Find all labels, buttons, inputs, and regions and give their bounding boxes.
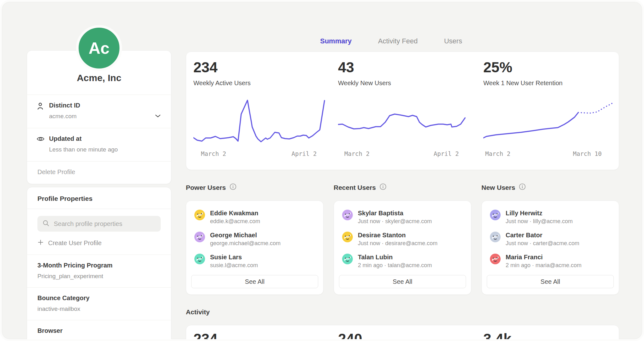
user-name: Maria Franci [506, 254, 581, 261]
property-name: 3-Month Pricing Program [37, 262, 161, 269]
property-value: Chrome [37, 338, 161, 341]
see-all-button[interactable]: See All [487, 275, 614, 288]
user-avatar [490, 254, 501, 264]
x-axis-tick: April 2 [291, 150, 317, 157]
stat-label: Weekly Active Users [193, 80, 325, 87]
property-value: inactive-mailbox [37, 305, 161, 312]
divider [27, 209, 171, 209]
activity-stat-value: 240 [338, 332, 362, 341]
stat-week1-retention: 25% Week 1 New User Retention March 2 Ma… [483, 52, 615, 158]
weekly-new-users-chart [338, 96, 470, 146]
user-name: Skylar Baptista [358, 210, 432, 217]
stat-label: Week 1 New User Retention [483, 80, 615, 87]
see-all-button[interactable]: See All [191, 275, 318, 288]
recent-users-card: Skylar Baptista Just now · skyler@acme.c… [334, 201, 471, 295]
updated-at-row: Updated at Less than one minute ago [27, 128, 171, 161]
create-user-profile-label: Create User Profile [48, 239, 102, 247]
user-name: Lilly Herwitz [506, 210, 573, 217]
property-name: Browser [37, 327, 161, 334]
week1-retention-chart [483, 96, 615, 146]
x-axis-tick: March 2 [201, 150, 226, 157]
info-icon[interactable] [230, 183, 236, 192]
user-avatar [342, 210, 353, 220]
distinct-id-row[interactable]: Distinct ID acme.com [27, 95, 171, 128]
property-value: Pricing_plan_experiment [37, 273, 161, 280]
property-row-browser[interactable]: Browser Chrome [27, 320, 171, 341]
user-row[interactable]: Carter Bator Just now · carter@acme.com [490, 232, 611, 247]
stat-weekly-new-users: 43 Weekly New Users March 2 April 2 [338, 52, 470, 158]
chevron-down-icon [155, 113, 161, 119]
stat-value: 25% [483, 60, 615, 74]
search-icon [42, 220, 49, 228]
create-user-profile-button[interactable]: Create User Profile [27, 235, 171, 255]
user-subtext: susie.l@acme.com [210, 262, 258, 269]
user-subtext: 2 min ago · maria@acme.com [506, 262, 581, 269]
search-input[interactable] [53, 220, 156, 228]
x-axis-tick: March 2 [485, 150, 510, 157]
user-row[interactable]: Lilly Herwitz Just now · lilly@acme.com [490, 210, 611, 225]
user-subtext: george.michael@acme.com [210, 240, 280, 247]
user-avatar [490, 232, 501, 242]
recent-users-title: Recent Users [334, 183, 386, 192]
x-axis-tick: March 10 [573, 150, 602, 157]
x-axis: March 2 March 10 [483, 150, 615, 158]
user-name: Desirae Stanton [358, 232, 437, 239]
user-row[interactable]: Susie Lars susie.l@acme.com [194, 254, 315, 269]
weekly-active-users-chart [193, 96, 325, 146]
tab-bar: Summary Activity Feed Users [320, 37, 462, 45]
tab-users[interactable]: Users [444, 37, 462, 45]
distinct-id-value: acme.com [49, 113, 161, 120]
user-avatar [490, 210, 501, 220]
updated-at-value: Less than one minute ago [49, 146, 161, 153]
activity-section-title: Activity [186, 308, 210, 316]
user-name: Eddie Kwakman [210, 210, 260, 217]
section-title-label: Power Users [186, 184, 226, 191]
section-title-label: Recent Users [334, 184, 376, 191]
profile-properties-title: Profile Properties [27, 187, 171, 209]
info-icon[interactable] [519, 183, 526, 192]
section-title-label: New Users [481, 184, 515, 191]
user-name: George Michael [210, 232, 280, 239]
app-frame: Ac Acme, Inc Distinct ID acme.com [0, 0, 644, 341]
user-row[interactable]: Talan Lubin 2 min ago · talan@acme.com [342, 254, 463, 269]
stat-value: 43 [338, 60, 470, 74]
activity-stat-value: 3.4k [483, 332, 512, 341]
profile-properties-search[interactable] [37, 216, 161, 232]
see-all-button[interactable]: See All [339, 275, 466, 288]
user-subtext: eddie.k@acme.com [210, 218, 260, 225]
user-subtext: Just now · lilly@acme.com [506, 218, 573, 225]
distinct-id-label: Distinct ID [49, 102, 161, 109]
activity-stat-value: 234 [193, 332, 218, 341]
info-icon[interactable] [380, 183, 386, 192]
stat-value: 234 [193, 60, 325, 74]
user-row[interactable]: George Michael george.michael@acme.com [194, 232, 315, 247]
user-avatar [194, 232, 205, 242]
user-avatar [342, 232, 353, 242]
x-axis: March 2 April 2 [338, 150, 470, 158]
new-users-card: Lilly Herwitz Just now · lilly@acme.com … [481, 201, 619, 295]
user-name: Susie Lars [210, 254, 258, 261]
user-subtext: Just now · skyler@acme.com [358, 218, 432, 225]
tab-activity-feed[interactable]: Activity Feed [378, 37, 418, 45]
property-row-pricing-program[interactable]: 3-Month Pricing Program Pricing_plan_exp… [27, 255, 171, 287]
user-row[interactable]: Skylar Baptista Just now · skyler@acme.c… [342, 210, 463, 225]
tab-summary[interactable]: Summary [320, 37, 352, 45]
user-row[interactable]: Maria Franci 2 min ago · maria@acme.com [490, 254, 611, 269]
user-avatar [194, 210, 205, 220]
stat-label: Weekly New Users [338, 80, 470, 87]
person-icon [36, 102, 44, 111]
user-subtext: Just now · desirare@acme.com [358, 240, 437, 247]
user-row[interactable]: Desirae Stanton Just now · desirare@acme… [342, 232, 463, 247]
property-row-bounce-category[interactable]: Bounce Category inactive-mailbox [27, 287, 171, 320]
user-row[interactable]: Eddie Kwakman eddie.k@acme.com [194, 210, 315, 225]
delete-profile-button[interactable]: Delete Profile [27, 161, 171, 184]
user-subtext: 2 min ago · talan@acme.com [358, 262, 432, 269]
updated-at-label: Updated at [49, 135, 161, 142]
user-subtext: Just now · carter@acme.com [506, 240, 579, 247]
user-avatar [194, 254, 205, 264]
x-axis: March 2 April 2 [193, 150, 325, 158]
user-name: Carter Bator [506, 232, 579, 239]
main-content: Summary Activity Feed Users 234 Weekly A… [186, 2, 619, 341]
user-avatar [342, 254, 353, 264]
x-axis-tick: April 2 [434, 150, 459, 157]
